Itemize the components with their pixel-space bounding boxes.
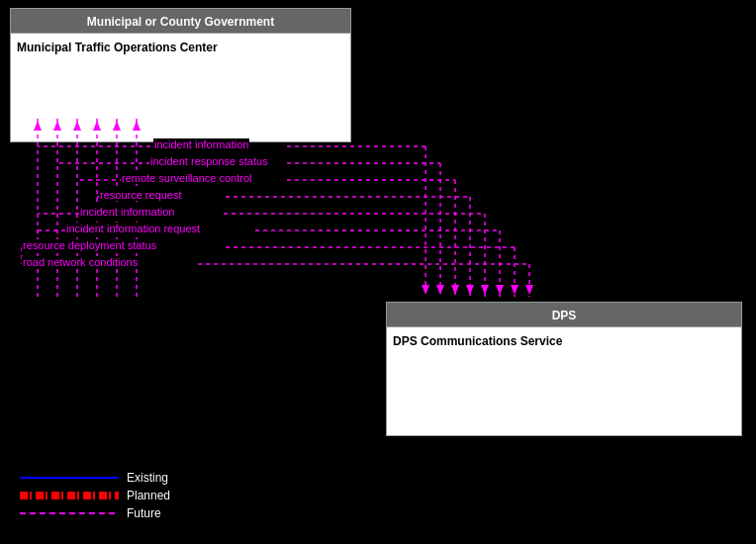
municipal-title: Municipal Traffic Operations Center (17, 41, 218, 54)
legend-planned-label: Planned (127, 489, 170, 502)
municipal-header: Municipal or County Government (10, 8, 351, 34)
legend-line-existing (20, 477, 119, 479)
svg-marker-44 (525, 285, 533, 295)
flow-label-5: incident information (79, 206, 175, 218)
municipal-box: Municipal or County Government Municipal… (10, 8, 351, 142)
legend-existing: Existing (20, 471, 170, 485)
legend-future: Future (20, 506, 170, 520)
dps-content: DPS Communications Service (386, 327, 742, 436)
flow-label-6: incident information request (65, 223, 201, 234)
dps-box: DPS DPS Communications Service (386, 302, 742, 436)
legend-line-future (20, 512, 119, 514)
legend-existing-label: Existing (127, 471, 168, 485)
legend-planned: Planned (20, 489, 170, 502)
dps-title: DPS Communications Service (393, 334, 562, 348)
dps-header: DPS (386, 302, 742, 327)
municipal-header-text: Municipal or County Government (87, 15, 274, 29)
svg-marker-42 (496, 285, 504, 295)
svg-marker-40 (466, 285, 474, 295)
flow-label-7: resource deployment status (22, 239, 157, 251)
flow-label-3: remote surveillance control (121, 172, 252, 184)
flow-label-2: incident response status (149, 155, 269, 167)
flow-label-8: road network conditions (22, 256, 139, 268)
svg-marker-37 (422, 285, 429, 295)
legend-line-planned (20, 492, 119, 499)
flow-label-1: incident information (153, 138, 249, 150)
municipal-content: Municipal Traffic Operations Center (10, 34, 351, 142)
legend: Existing Planned Future (20, 471, 170, 524)
legend-future-label: Future (127, 506, 161, 520)
svg-marker-41 (481, 285, 489, 295)
svg-marker-43 (511, 285, 519, 295)
diagram-container: Municipal or County Government Municipal… (0, 0, 756, 544)
flow-label-4: resource request (99, 189, 183, 201)
svg-marker-39 (451, 285, 459, 295)
svg-marker-38 (436, 285, 444, 295)
dps-header-text: DPS (552, 309, 577, 322)
